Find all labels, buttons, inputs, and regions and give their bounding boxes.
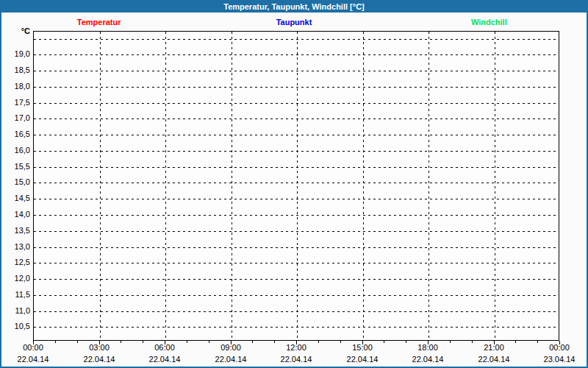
x-tick-date-label: 22.04.14 (141, 355, 188, 364)
x-tick-date-label: 22.04.14 (207, 355, 254, 364)
x-gridline (100, 32, 101, 340)
y-tick-label: 19,0 (2, 49, 30, 59)
x-tick-date-label: 22.04.14 (273, 355, 320, 364)
y-tick-label: 14,0 (2, 209, 30, 219)
y-tick-label: 12,0 (2, 273, 30, 283)
x-tick-time-label: 00:00 (536, 343, 583, 353)
x-tick-date-label: 22.04.14 (76, 355, 123, 364)
x-tick-date-label: 22.04.14 (339, 355, 386, 364)
y-gridline (34, 247, 559, 248)
y-gridline (34, 167, 559, 168)
y-gridline (34, 71, 559, 71)
x-gridline (165, 32, 166, 340)
x-tick-time-label: 03:00 (76, 343, 123, 353)
plot-area (33, 31, 559, 341)
x-gridline (232, 32, 232, 340)
y-gridline (34, 311, 559, 312)
y-gridline (34, 103, 559, 104)
y-tick-label: 14,5 (2, 193, 30, 203)
y-tick-label: 15,0 (2, 177, 30, 187)
x-gridline (429, 32, 429, 340)
y-gridline (34, 199, 559, 199)
y-gridline (34, 327, 559, 328)
x-gridline (297, 32, 298, 340)
x-tick-time-label: 18:00 (404, 343, 451, 353)
y-tick-label: 13,5 (2, 225, 30, 236)
y-axis-unit-label: °C (2, 26, 30, 36)
y-tick-label: 15,5 (2, 161, 30, 171)
y-gridline (34, 263, 559, 263)
x-tick-date-label: 22.04.14 (404, 355, 451, 364)
y-tick-label: 16,5 (2, 129, 30, 139)
window-title: Temperatur, Taupunkt, Windchill [°C] (1, 1, 587, 13)
y-gridline (34, 135, 559, 135)
y-tick-label: 18,0 (2, 81, 30, 91)
x-tick-time-label: 06:00 (141, 343, 188, 353)
y-tick-label: 17,0 (2, 113, 30, 123)
legend-item-taupunkt: Taupunkt (196, 18, 391, 26)
y-tick-label: 18,5 (2, 65, 30, 75)
y-gridline (34, 183, 559, 183)
x-gridline (363, 32, 364, 340)
legend-item-temperatur: Temperatur (1, 18, 196, 26)
y-tick-label: 16,0 (2, 145, 30, 155)
y-gridline (34, 151, 559, 152)
x-tick-time-label: 12:00 (273, 343, 320, 353)
y-gridline (34, 279, 559, 280)
x-gridline (495, 32, 495, 340)
y-gridline (34, 295, 559, 296)
chart-window: Temperatur, Taupunkt, Windchill [°C] Tem… (0, 0, 588, 368)
x-tick-date-label: 23.04.14 (536, 355, 583, 364)
y-gridline (34, 215, 559, 216)
y-gridline (34, 118, 559, 119)
y-gridline (34, 39, 559, 40)
y-tick-label: 17,5 (2, 97, 30, 107)
y-gridline (34, 87, 559, 88)
y-gridline (34, 231, 559, 232)
legend: TemperaturTaupunktWindchill (1, 14, 587, 29)
x-tick-time-label: 15:00 (339, 343, 386, 353)
y-gridline (34, 54, 559, 55)
x-tick-time-label: 21:00 (470, 343, 517, 353)
x-tick-date-label: 22.04.14 (10, 355, 57, 364)
x-tick-time-label: 09:00 (207, 343, 254, 353)
y-tick-label: 10,5 (2, 321, 30, 331)
y-tick-label: 11,5 (2, 289, 30, 300)
x-tick-date-label: 22.04.14 (470, 355, 517, 364)
legend-item-windchill: Windchill (392, 18, 587, 26)
x-tick-time-label: 00:00 (10, 343, 57, 353)
y-tick-label: 12,5 (2, 257, 30, 267)
y-tick-label: 11,0 (2, 305, 30, 316)
y-tick-label: 13,0 (2, 241, 30, 252)
